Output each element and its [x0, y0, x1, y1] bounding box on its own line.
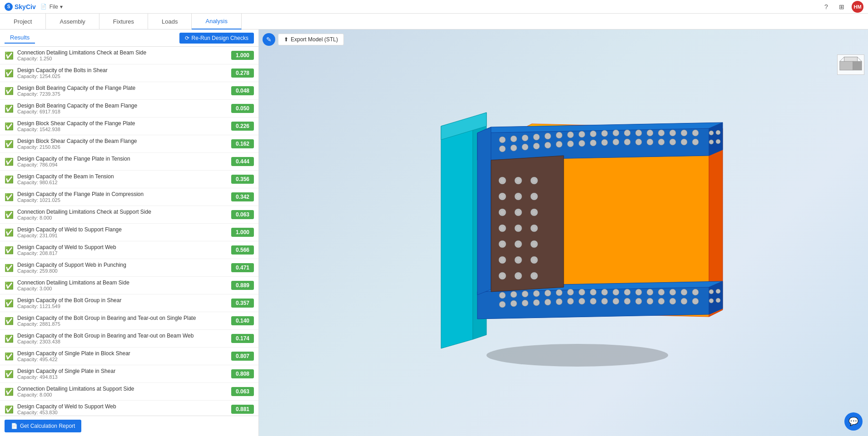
3d-viewport: ✎ ⬆ Export Model (STL)	[259, 29, 868, 436]
svg-point-89	[635, 289, 642, 295]
result-capacity: Capacity: 495.422	[17, 357, 228, 362]
check-icon: ✅	[5, 193, 14, 201]
svg-point-70	[531, 177, 538, 184]
skyciv-logo[interactable]: S SkyCiv	[5, 3, 36, 11]
result-item: ✅ Connection Detailing Limitations at Su…	[0, 383, 258, 401]
svg-rect-2	[853, 61, 862, 70]
topbar: S SkyCiv 📄 File ▾ ? ⊞ HM	[0, 0, 868, 14]
result-text: Design Capacity of Support Web in Punchi…	[17, 262, 228, 274]
result-item: ✅ Design Block Shear Capacity of the Bea…	[0, 135, 258, 153]
result-badge: 0.050	[231, 104, 254, 113]
svg-point-41	[533, 143, 540, 149]
svg-point-83	[567, 289, 574, 295]
svg-point-98	[533, 299, 540, 306]
avatar[interactable]: HM	[852, 1, 863, 13]
result-text: Design Capacity of the Bolts in Shear Ca…	[17, 67, 228, 79]
svg-point-22	[522, 135, 528, 141]
result-title: Design Capacity of Single Plate in Block…	[17, 350, 228, 357]
result-title: Connection Detailing Limitations at Supp…	[17, 386, 228, 392]
result-capacity: Capacity: 231.091	[17, 233, 228, 238]
orientation-cube[interactable]	[837, 54, 864, 75]
tab-project[interactable]: Project	[0, 14, 46, 29]
tab-loads[interactable]: Loads	[148, 14, 192, 29]
result-capacity: Capacity: 208.817	[17, 250, 228, 256]
result-item: ✅ Design Capacity of the Beam in Tension…	[0, 171, 258, 188]
check-icon: ✅	[5, 211, 14, 219]
svg-point-107	[635, 298, 642, 304]
svg-point-25	[556, 132, 562, 138]
svg-point-116	[716, 139, 720, 144]
svg-point-91	[658, 289, 665, 295]
svg-marker-19	[491, 156, 564, 292]
svg-point-56	[499, 177, 506, 184]
help-button[interactable]: ?	[821, 1, 832, 12]
svg-point-76	[531, 272, 538, 279]
result-badge: 0.140	[231, 316, 254, 325]
result-title: Design Capacity of Weld to Support Web	[17, 244, 228, 250]
svg-point-29	[601, 130, 608, 137]
result-item: ✅ Design Capacity of the Bolt Group in S…	[0, 294, 258, 312]
result-title: Design Capacity of the Flange Plate in T…	[17, 156, 228, 162]
check-icon: ✅	[5, 104, 14, 113]
chat-button[interactable]: 💬	[844, 412, 863, 431]
result-badge: 0.048	[231, 86, 254, 95]
result-badge: 0.174	[231, 334, 254, 343]
tab-fixtures[interactable]: Fixtures	[99, 14, 148, 29]
result-title: Design Capacity of the Bolts in Shear	[17, 67, 228, 73]
file-menu[interactable]: 📄 File ▾	[40, 4, 63, 10]
chevron-down-icon: ▾	[60, 4, 63, 10]
svg-point-48	[613, 139, 619, 145]
result-title: Design Capacity of Weld to Support Web	[17, 403, 228, 410]
calc-report-button[interactable]: 📄 Get Calculation Report	[5, 420, 81, 432]
svg-point-120	[716, 298, 720, 303]
back-button[interactable]: ✎	[263, 33, 275, 46]
svg-point-53	[670, 139, 676, 145]
svg-point-119	[709, 299, 714, 303]
svg-point-69	[515, 272, 522, 279]
svg-point-45	[579, 140, 585, 147]
svg-point-26	[567, 132, 574, 138]
result-title: Design Bolt Bearing Capacity of the Flan…	[17, 85, 228, 91]
result-badge: 0.807	[231, 352, 254, 361]
export-stl-button[interactable]: ⬆ Export Model (STL)	[278, 34, 344, 45]
result-title: Design Capacity of the Bolt Group in Bea…	[17, 333, 228, 339]
check-icon: ✅	[5, 69, 14, 78]
result-capacity: Capacity: 786.094	[17, 162, 228, 167]
tab-analysis[interactable]: Analysis	[192, 14, 241, 29]
svg-point-94	[692, 289, 699, 295]
results-list: ✅ Connection Detailing Limitations Check…	[0, 47, 258, 416]
svg-marker-17	[709, 281, 723, 314]
svg-point-68	[515, 256, 522, 264]
tab-assembly[interactable]: Assembly	[46, 14, 99, 29]
check-icon: ✅	[5, 264, 14, 272]
svg-point-80	[533, 290, 540, 297]
logo-icon: S	[5, 3, 13, 11]
svg-point-28	[590, 131, 596, 137]
results-tab[interactable]: Results	[5, 32, 35, 44]
result-capacity: Capacity: 1254.025	[17, 73, 228, 79]
grid-button[interactable]: ⊞	[836, 1, 847, 12]
result-item: ✅ Connection Detailing Limitations Check…	[0, 47, 258, 64]
svg-point-58	[499, 209, 506, 216]
left-panel: Results ⟳ Re-Run Design Checks ✅ Connect…	[0, 29, 259, 436]
rerun-icon: ⟳	[185, 35, 189, 41]
svg-point-95	[499, 301, 506, 308]
result-item: ✅ Design Capacity of the Bolt Group in B…	[0, 312, 258, 330]
result-capacity: Capacity: 8.000	[17, 215, 228, 220]
result-title: Connection Detailing Limitations Check a…	[17, 49, 228, 56]
result-badge: 0.063	[231, 387, 254, 396]
rerun-button[interactable]: ⟳ Re-Run Design Checks	[179, 33, 254, 44]
main-content: Results ⟳ Re-Run Design Checks ✅ Connect…	[0, 29, 868, 436]
svg-point-86	[601, 289, 608, 295]
result-capacity: Capacity: 6917.918	[17, 109, 228, 114]
result-text: Connection Detailing Limitations at Supp…	[17, 386, 228, 397]
result-text: Design Block Shear Capacity of the Beam …	[17, 138, 228, 150]
result-item: ✅ Design Block Shear Capacity of the Fla…	[0, 118, 258, 135]
svg-point-39	[511, 145, 517, 151]
svg-point-73	[531, 225, 538, 232]
svg-point-96	[511, 300, 517, 307]
svg-point-71	[531, 193, 538, 200]
svg-point-21	[511, 136, 517, 142]
result-capacity: Capacity: 980.612	[17, 180, 228, 185]
result-item: ✅ Design Capacity of Single Plate in Blo…	[0, 348, 258, 365]
